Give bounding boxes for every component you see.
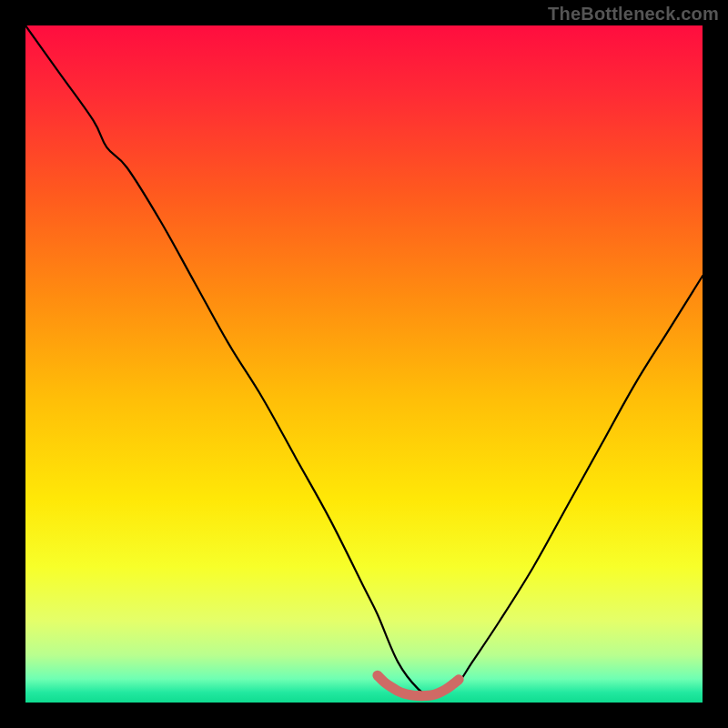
chart-frame: TheBottleneck.com — [0, 0, 728, 728]
plot-area — [25, 25, 703, 703]
gradient-background — [25, 25, 703, 703]
watermark-label: TheBottleneck.com — [548, 4, 719, 25]
bottleneck-chart-svg — [25, 25, 703, 703]
